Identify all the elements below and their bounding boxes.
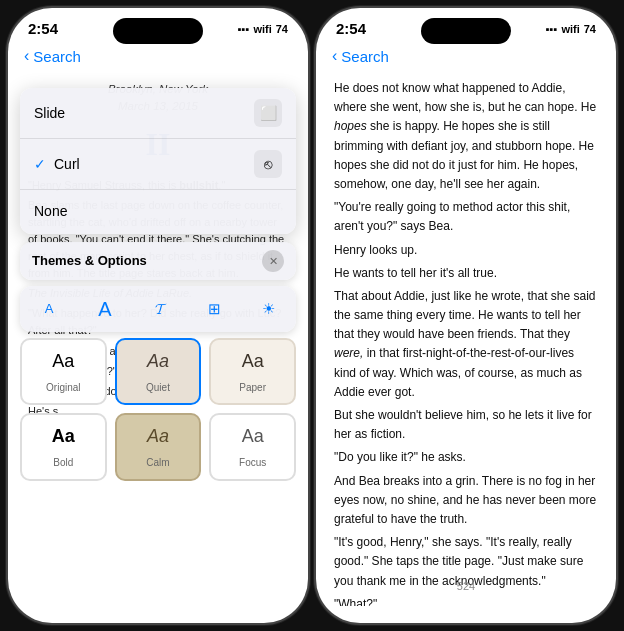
- theme-focus[interactable]: Aa Focus: [209, 413, 296, 480]
- brightness-button[interactable]: ☀: [254, 295, 282, 323]
- wifi-icon: wifi: [253, 23, 271, 35]
- large-font-button[interactable]: A: [90, 294, 120, 324]
- signal-icon: ▪▪▪: [238, 23, 250, 35]
- dynamic-island-right: [421, 18, 511, 44]
- theme-bold-label: Bold: [53, 455, 73, 471]
- read-para-7: "Do you like it?" he asks.: [334, 448, 598, 467]
- themes-bar: Themes & Options ✕: [20, 242, 296, 280]
- close-button[interactable]: ✕: [262, 250, 284, 272]
- theme-focus-aa: Aa: [242, 423, 264, 451]
- layout-icon: ⊞: [208, 297, 221, 320]
- none-label: None: [34, 201, 67, 223]
- theme-paper[interactable]: Aa Paper: [209, 338, 296, 405]
- signal-icon-right: ▪▪▪: [546, 23, 558, 35]
- read-para-5: That about Addie, just like he wrote, th…: [334, 287, 598, 402]
- reading-content: He does not know what happened to Addie,…: [316, 71, 616, 606]
- layout-button[interactable]: ⊞: [200, 295, 228, 323]
- theme-calm-aa: Aa: [147, 423, 169, 451]
- transition-none-left: None: [34, 201, 67, 223]
- slide-icon-box: ⬜: [254, 99, 282, 127]
- book-content: Brooklyn, New York March 13, 2015 II "He…: [8, 71, 308, 493]
- theme-quiet-label: Quiet: [146, 380, 170, 396]
- theme-quiet[interactable]: Aa Quiet: [115, 338, 202, 405]
- back-chevron-left: ‹: [24, 47, 29, 65]
- status-icons-right: ▪▪▪ wifi 74: [546, 23, 596, 35]
- curl-icon-box: ⎋: [254, 150, 282, 178]
- theme-paper-label: Paper: [239, 380, 266, 396]
- theme-original-label: Original: [46, 380, 80, 396]
- battery-left: 74: [276, 23, 288, 35]
- status-time-left: 2:54: [28, 20, 58, 37]
- theme-focus-label: Focus: [239, 455, 266, 471]
- theme-original[interactable]: Aa Original: [20, 338, 107, 405]
- transition-slide-left: Slide: [34, 103, 65, 125]
- transition-menu: Slide ⬜ ✓ Curl ⎋: [20, 88, 296, 234]
- app-container: 2:54 ▪▪▪ wifi 74 ‹ Search Brooklyn, New …: [0, 0, 624, 631]
- read-para-6: But she wouldn't believe him, so he lets…: [334, 406, 598, 444]
- transition-curl-left: ✓ Curl: [34, 154, 80, 176]
- back-label-right[interactable]: Search: [341, 48, 389, 65]
- popup-overlay: Slide ⬜ ✓ Curl ⎋: [8, 88, 308, 492]
- slide-icon: ⬜: [260, 103, 277, 125]
- read-para-4: He wants to tell her it's all true.: [334, 264, 598, 283]
- theme-original-aa: Aa: [52, 348, 74, 376]
- theme-grid: Aa Original Aa Quiet Aa Paper Aa Bold: [20, 338, 296, 481]
- battery-right: 74: [584, 23, 596, 35]
- theme-bold[interactable]: Aa Bold: [20, 413, 107, 480]
- wifi-icon-right: wifi: [561, 23, 579, 35]
- curl-label: Curl: [54, 154, 80, 176]
- curl-checkmark: ✓: [34, 154, 46, 176]
- transition-curl[interactable]: ✓ Curl ⎋: [20, 139, 296, 190]
- transition-slide[interactable]: Slide ⬜: [20, 88, 296, 139]
- dynamic-island-left: [113, 18, 203, 44]
- back-chevron-right: ‹: [332, 47, 337, 65]
- read-para-10: "What?": [334, 595, 598, 606]
- nav-bar-left[interactable]: ‹ Search: [8, 41, 308, 71]
- nav-bar-right[interactable]: ‹ Search: [316, 41, 616, 71]
- small-font-button[interactable]: A: [34, 294, 64, 324]
- slide-label: Slide: [34, 103, 65, 125]
- brightness-icon: ☀: [262, 297, 275, 320]
- theme-calm-label: Calm: [146, 455, 169, 471]
- theme-calm[interactable]: Aa Calm: [115, 413, 202, 480]
- status-icons-left: ▪▪▪ wifi 74: [238, 23, 288, 35]
- transition-none[interactable]: None: [20, 190, 296, 234]
- back-label-left[interactable]: Search: [33, 48, 81, 65]
- read-para-8: And Bea breaks into a grin. There is no …: [334, 472, 598, 530]
- theme-quiet-aa: Aa: [147, 348, 169, 376]
- font-controls: A A 𝓣 ⊞ ☀: [20, 286, 296, 332]
- status-time-right: 2:54: [336, 20, 366, 37]
- font-style-button[interactable]: 𝓣: [146, 295, 174, 323]
- theme-bold-aa: Aa: [52, 423, 75, 451]
- theme-paper-aa: Aa: [242, 348, 264, 376]
- read-para-3: Henry looks up.: [334, 241, 598, 260]
- left-phone: 2:54 ▪▪▪ wifi 74 ‹ Search Brooklyn, New …: [8, 8, 308, 623]
- read-para-1: He does not know what happened to Addie,…: [334, 79, 598, 194]
- small-a-label: A: [45, 299, 54, 319]
- read-para-2: "You're really going to method actor thi…: [334, 198, 598, 236]
- themes-label: Themes & Options: [32, 251, 254, 271]
- curl-icon: ⎋: [264, 154, 272, 176]
- font-style-icon: 𝓣: [155, 297, 166, 320]
- page-number: 524: [316, 578, 616, 596]
- right-phone: 2:54 ▪▪▪ wifi 74 ‹ Search He does not kn…: [316, 8, 616, 623]
- large-a-label: A: [98, 294, 111, 325]
